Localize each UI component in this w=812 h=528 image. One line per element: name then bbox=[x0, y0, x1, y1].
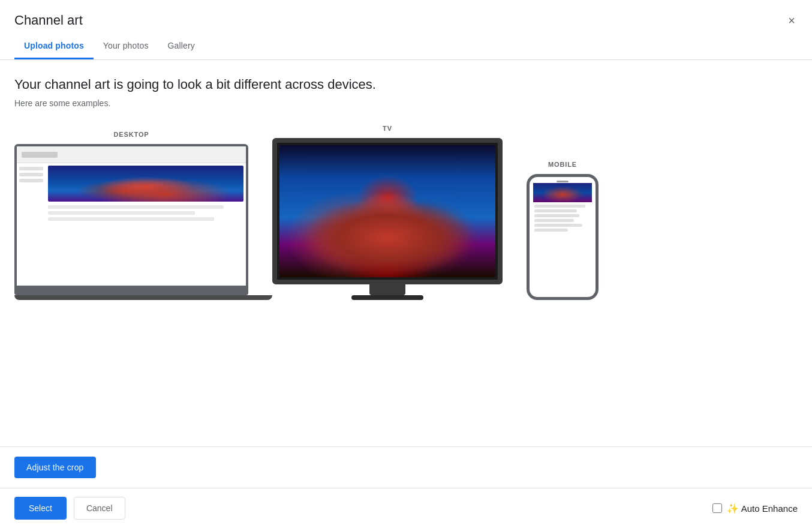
desktop-screen bbox=[14, 144, 248, 288]
phone-content-row bbox=[534, 209, 577, 212]
tv-preview-section: TV bbox=[272, 125, 503, 300]
auto-enhance-checkbox[interactable] bbox=[712, 503, 722, 513]
desktop-content-area bbox=[48, 205, 243, 221]
content-row bbox=[48, 205, 224, 209]
tv-art bbox=[279, 145, 495, 277]
desktop-main-content bbox=[46, 163, 246, 286]
dialog-content: Your channel art is going to look a bit … bbox=[0, 60, 812, 446]
channel-art-dialog: Channel art × Upload photos Your photos … bbox=[0, 0, 812, 528]
adjust-crop-button[interactable]: Adjust the crop bbox=[14, 457, 96, 478]
content-row bbox=[48, 211, 195, 215]
laptop-base bbox=[14, 288, 248, 295]
device-previews: DESKTOP bbox=[14, 125, 798, 312]
desktop-label: DESKTOP bbox=[113, 131, 149, 138]
footer-left: Select Cancel bbox=[14, 497, 125, 520]
phone-content-row bbox=[534, 229, 568, 232]
auto-enhance-label: ✨ Auto Enhance bbox=[727, 503, 798, 514]
desktop-body bbox=[17, 163, 246, 286]
channel-art-desktop-preview bbox=[48, 166, 243, 202]
tv-stand bbox=[351, 295, 423, 300]
phone-content-row bbox=[534, 224, 582, 227]
desktop-header-bar bbox=[17, 146, 246, 163]
phone-content-row bbox=[534, 205, 585, 208]
sidebar-item bbox=[19, 173, 43, 176]
tab-gallery[interactable]: Gallery bbox=[158, 34, 204, 59]
phone-art-bar bbox=[533, 183, 592, 202]
sidebar-item bbox=[19, 167, 43, 170]
close-button[interactable]: × bbox=[786, 12, 798, 29]
dialog-title: Channel art bbox=[14, 13, 83, 28]
mobile-preview-section: MOBILE bbox=[527, 161, 599, 300]
auto-enhance-text: Auto Enhance bbox=[741, 503, 798, 514]
laptop-foot bbox=[14, 295, 272, 300]
desktop-screen-inner bbox=[17, 146, 246, 286]
tv-screen-wrapper bbox=[272, 138, 503, 284]
tv-base bbox=[369, 284, 405, 295]
content-row bbox=[48, 217, 214, 221]
tab-your-photos[interactable]: Your photos bbox=[94, 34, 158, 59]
channel-art-image bbox=[48, 166, 243, 202]
adjust-crop-area: Adjust the crop bbox=[0, 446, 812, 488]
phone-content bbox=[533, 202, 592, 291]
tv-screen bbox=[279, 145, 495, 277]
desktop-preview-section: DESKTOP bbox=[14, 131, 248, 300]
tabs-container: Upload photos Your photos Gallery bbox=[0, 34, 812, 60]
wand-icon: ✨ bbox=[727, 503, 739, 514]
footer-right: ✨ Auto Enhance bbox=[712, 503, 798, 514]
phone-content-row bbox=[534, 214, 579, 217]
phone-screen bbox=[533, 183, 592, 291]
desktop-sidebar bbox=[17, 163, 46, 286]
sub-heading: Here are some examples. bbox=[14, 98, 798, 108]
sidebar-item bbox=[19, 179, 43, 182]
tab-upload-photos[interactable]: Upload photos bbox=[14, 34, 94, 59]
cancel-button[interactable]: Cancel bbox=[74, 497, 125, 520]
tv-label: TV bbox=[383, 125, 392, 132]
mobile-label: MOBILE bbox=[548, 161, 577, 168]
main-heading: Your channel art is going to look a bit … bbox=[14, 77, 798, 92]
phone-outer bbox=[527, 174, 599, 300]
select-button[interactable]: Select bbox=[14, 497, 67, 520]
phone-content-row bbox=[534, 219, 574, 222]
dialog-footer: Select Cancel ✨ Auto Enhance bbox=[0, 488, 812, 528]
dialog-header: Channel art × bbox=[0, 0, 812, 29]
